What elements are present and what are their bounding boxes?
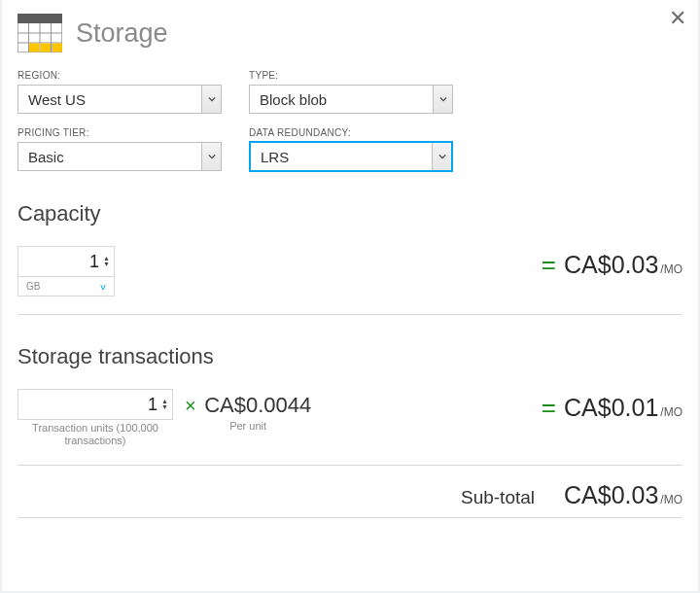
transactions-price-unit: /MO xyxy=(660,405,682,419)
tier-value: Basic xyxy=(18,149,201,165)
subtotal-price-unit: /MO xyxy=(660,493,682,506)
region-label: REGION: xyxy=(18,70,222,81)
chevron-down-icon xyxy=(432,143,451,170)
chevron-down-icon xyxy=(201,143,221,170)
storage-icon xyxy=(18,14,62,52)
svg-rect-7 xyxy=(29,44,40,52)
stepper-down-icon[interactable]: ▼ xyxy=(103,262,110,267)
transactions-price-value: CA$0.01 xyxy=(564,394,658,422)
type-label: TYPE: xyxy=(249,70,453,81)
data-redundancy-select[interactable]: LRS xyxy=(249,141,453,172)
chevron-down-icon xyxy=(433,86,452,113)
svg-rect-9 xyxy=(52,44,62,52)
svg-rect-8 xyxy=(41,44,52,52)
equals-icon: = xyxy=(542,250,556,280)
transactions-heading: Storage transactions xyxy=(18,344,682,369)
chevron-down-icon xyxy=(201,86,221,113)
per-unit-price: CA$0.0044 xyxy=(204,393,311,417)
equals-icon: = xyxy=(542,393,556,423)
capacity-price-unit: /MO xyxy=(660,262,682,276)
chevron-down-icon: ⅴ xyxy=(100,281,106,292)
subtotal-label: Sub-total xyxy=(461,487,535,508)
capacity-row: 1 ▲ ▼ GB ⅴ = CA$0.03 /MO xyxy=(18,232,682,315)
close-icon[interactable]: ✕ xyxy=(669,8,686,29)
per-unit-block: × CA$0.0044 Per unit xyxy=(185,389,311,432)
transactions-value: 1 xyxy=(148,395,159,415)
multiply-icon: × xyxy=(185,395,196,416)
capacity-price: = CA$0.03 /MO xyxy=(542,246,682,280)
transactions-price: = CA$0.01 /MO xyxy=(542,389,682,423)
subtotal-price: CA$0.03 xyxy=(564,481,658,508)
capacity-price-value: CA$0.03 xyxy=(564,251,658,279)
capacity-heading: Capacity xyxy=(18,201,682,227)
redundancy-value: LRS xyxy=(251,149,432,165)
redundancy-label: DATA REDUNDANCY: xyxy=(249,127,453,138)
capacity-value: 1 xyxy=(89,252,101,272)
type-select[interactable]: Block blob xyxy=(249,85,453,114)
panel-title: Storage xyxy=(76,18,168,49)
transactions-caption: Transaction units (100,000 transactions) xyxy=(18,422,173,447)
quantity-stepper[interactable]: ▲ ▼ xyxy=(103,256,110,267)
per-unit-label: Per unit xyxy=(185,420,311,432)
svg-rect-1 xyxy=(18,14,62,23)
region-value: West US xyxy=(18,91,201,108)
panel-header: Storage xyxy=(18,14,682,52)
subtotal-row: Sub-total CA$0.03/MO xyxy=(18,466,682,518)
transactions-input[interactable]: 1 ▲ ▼ xyxy=(18,389,173,420)
capacity-unit-select[interactable]: GB ⅴ xyxy=(18,276,114,296)
capacity-input[interactable]: 1 ▲ ▼ GB ⅴ xyxy=(18,246,115,296)
capacity-unit-label: GB xyxy=(26,281,40,292)
region-select[interactable]: West US xyxy=(18,85,222,114)
quantity-stepper[interactable]: ▲ ▼ xyxy=(161,399,168,410)
transactions-row: 1 ▲ ▼ Transaction units (100,000 transac… xyxy=(18,375,682,466)
stepper-down-icon[interactable]: ▼ xyxy=(161,404,168,410)
tier-label: PRICING TIER: xyxy=(18,127,222,138)
pricing-tier-select[interactable]: Basic xyxy=(18,142,222,171)
type-value: Block blob xyxy=(250,91,433,108)
